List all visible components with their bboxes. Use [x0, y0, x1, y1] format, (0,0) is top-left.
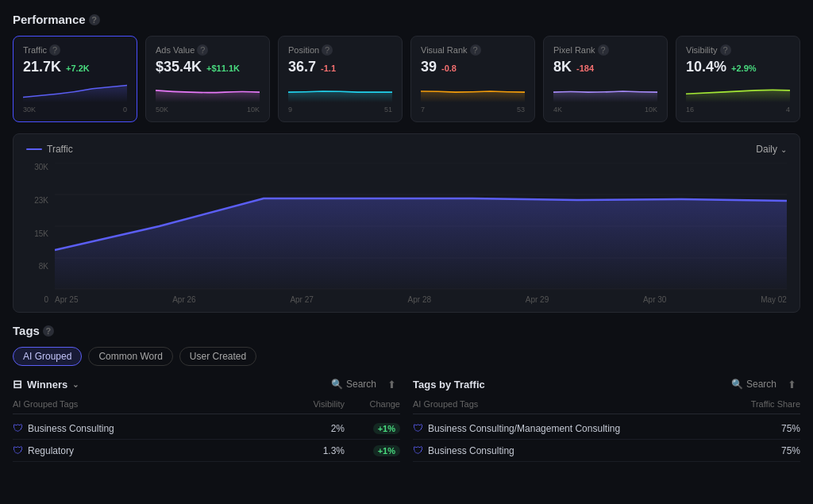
mini-chart-pixel-rank — [553, 80, 657, 102]
main-chart-section: Traffic Daily ⌄ 30K 23K 15K 8K 0 — [13, 133, 800, 313]
y-label-0: 30K — [26, 163, 48, 171]
row-label-0: Business Consulting — [28, 423, 114, 434]
performance-help-icon[interactable]: ? — [89, 14, 100, 25]
table-row: 🛡 Business Consulting 75% — [413, 440, 800, 462]
metric-card-visibility[interactable]: Visibility ? 10.4% +2.9% 16 4 — [676, 36, 800, 122]
tags-filter-row: AI Grouped Common Word User Created — [13, 347, 800, 366]
shield-icon: 🛡 — [413, 422, 423, 434]
chart-legend-label: Traffic — [47, 144, 73, 155]
chart-y-axis: 30K 23K 15K 8K 0 — [26, 163, 48, 304]
y-label-2: 15K — [26, 229, 48, 238]
metric-label-traffic: Traffic ? — [23, 44, 127, 56]
winners-actions: 🔍 Search ⬆ — [331, 375, 400, 393]
metric-delta-pixel-rank: -184 — [576, 63, 594, 73]
chart-header: Traffic Daily ⌄ — [26, 144, 787, 155]
metric-help-traffic[interactable]: ? — [49, 44, 60, 56]
filter-common-word[interactable]: Common Word — [88, 347, 172, 366]
mini-chart-position — [288, 80, 392, 102]
row-label-1: Regulatory — [28, 445, 74, 456]
traffic-col-0: AI Grouped Tags — [413, 399, 721, 409]
metric-value-visual-rank: 39 -0.8 — [421, 59, 525, 75]
period-selector[interactable]: Daily ⌄ — [756, 144, 787, 155]
metric-help-visibility[interactable]: ? — [720, 44, 731, 56]
export-icon: ⬆ — [387, 379, 396, 391]
tags-section: Tags ? AI Grouped Common Word User Creat… — [13, 324, 800, 462]
tags-tables: ⊟ Winners ⌄ 🔍 Search ⬆ — [13, 375, 800, 462]
range-max-ads-value: 50K — [156, 106, 168, 113]
metric-delta-visibility: +2.9% — [731, 63, 757, 73]
range-max-traffic: 30K — [23, 106, 36, 113]
chart-range-visibility: 16 4 — [686, 106, 790, 113]
winners-title[interactable]: ⊟ Winners ⌄ — [13, 378, 79, 391]
chart-content: Apr 25 Apr 26 Apr 27 Apr 28 Apr 29 Apr 3… — [55, 163, 787, 304]
mini-chart-visual-rank — [421, 80, 525, 102]
mini-chart-visibility — [686, 80, 790, 102]
winners-search-label: Search — [346, 379, 376, 390]
traffic-table-header: Tags by Traffic 🔍 Search ⬆ — [413, 375, 800, 393]
winners-table-header: ⊟ Winners ⌄ 🔍 Search ⬆ — [13, 375, 400, 393]
metric-value-visibility: 10.4% +2.9% — [686, 59, 790, 75]
traffic-row-name-1: 🛡 Business Consulting — [413, 444, 721, 456]
traffic-title-label: Tags by Traffic — [413, 379, 485, 391]
metric-help-position[interactable]: ? — [322, 44, 333, 56]
metric-label-pixel-rank: Pixel Rank ? — [553, 44, 657, 56]
traffic-table: Tags by Traffic 🔍 Search ⬆ AI Grouped Ta… — [413, 375, 800, 462]
metric-value-ads-value: $35.4K +$11.1K — [156, 59, 260, 75]
legend-line-icon — [26, 148, 42, 150]
metric-card-ads-value[interactable]: Ads Value ? $35.4K +$11.1K 50K 10K — [145, 36, 270, 122]
winners-export-button[interactable]: ⬆ — [383, 375, 400, 393]
winners-table: ⊟ Winners ⌄ 🔍 Search ⬆ — [13, 375, 400, 462]
winners-col-1: Visibility — [281, 399, 345, 409]
table-row: 🛡 Business Consulting 2% +1% — [13, 417, 400, 440]
metric-help-ads-value[interactable]: ? — [197, 44, 208, 56]
metric-card-position[interactable]: Position ? 36.7 -1.1 9 51 — [278, 36, 403, 122]
mini-chart-traffic — [23, 80, 127, 102]
winners-chevron-icon: ⌄ — [72, 380, 79, 389]
traffic-col-headers: AI Grouped Tags Traffic Share — [413, 399, 800, 414]
range-min-visual-rank: 53 — [517, 106, 525, 113]
filter-ai-grouped[interactable]: AI Grouped — [13, 347, 82, 366]
metric-value-pixel-rank: 8K -184 — [553, 59, 657, 75]
traffic-search-label: Search — [746, 379, 776, 390]
table-icon: ⊟ — [13, 378, 22, 391]
metric-help-visual-rank[interactable]: ? — [470, 44, 481, 56]
row-name-1: 🛡 Regulatory — [13, 444, 281, 456]
chart-range-ads-value: 50K 10K — [156, 106, 260, 113]
traffic-col-1: Traffic Share — [721, 399, 800, 409]
chart-body: 30K 23K 15K 8K 0 — [26, 163, 787, 304]
traffic-search-button[interactable]: 🔍 Search — [731, 379, 776, 390]
metric-label-position: Position ? — [288, 44, 392, 56]
metric-delta-traffic: +7.2K — [66, 63, 90, 73]
metric-number-visual-rank: 39 — [421, 59, 437, 75]
metric-label-ads-value: Ads Value ? — [156, 44, 260, 56]
performance-section-title: Performance ? — [13, 13, 800, 26]
x-label-5: Apr 30 — [643, 295, 666, 304]
traffic-title: Tags by Traffic — [413, 379, 485, 391]
metric-card-visual-rank[interactable]: Visual Rank ? 39 -0.8 7 53 — [410, 36, 535, 122]
filter-user-created[interactable]: User Created — [179, 347, 256, 366]
performance-title-text: Performance — [13, 13, 86, 26]
main-chart-svg — [55, 163, 787, 290]
shield-icon: 🛡 — [13, 422, 23, 434]
metric-card-pixel-rank[interactable]: Pixel Rank ? 8K -184 4K 10K — [543, 36, 668, 122]
traffic-export-button[interactable]: ⬆ — [783, 375, 800, 393]
metric-card-traffic[interactable]: Traffic ? 21.7K +7.2K 30K 0 — [13, 36, 137, 122]
shield-icon: 🛡 — [413, 444, 423, 456]
metric-number-position: 36.7 — [288, 59, 316, 75]
metric-number-ads-value: $35.4K — [156, 59, 202, 75]
chart-range-visual-rank: 7 53 — [421, 106, 525, 113]
winners-col-headers: AI Grouped Tags Visibility Change — [13, 399, 400, 414]
chart-range-pixel-rank: 4K 10K — [553, 106, 657, 113]
x-label-2: Apr 27 — [290, 295, 313, 304]
winners-search-button[interactable]: 🔍 Search — [331, 379, 376, 390]
metric-label-visibility: Visibility ? — [686, 44, 790, 56]
metric-number-visibility: 10.4% — [686, 59, 726, 75]
export-icon: ⬆ — [788, 379, 796, 391]
winners-col-0: AI Grouped Tags — [13, 399, 281, 409]
x-label-3: Apr 28 — [408, 295, 431, 304]
y-label-3: 8K — [26, 262, 48, 271]
row-change-0: +1% — [345, 422, 400, 434]
tags-help-icon[interactable]: ? — [43, 325, 54, 337]
x-label-1: Apr 26 — [172, 295, 195, 304]
metric-help-pixel-rank[interactable]: ? — [598, 44, 609, 56]
